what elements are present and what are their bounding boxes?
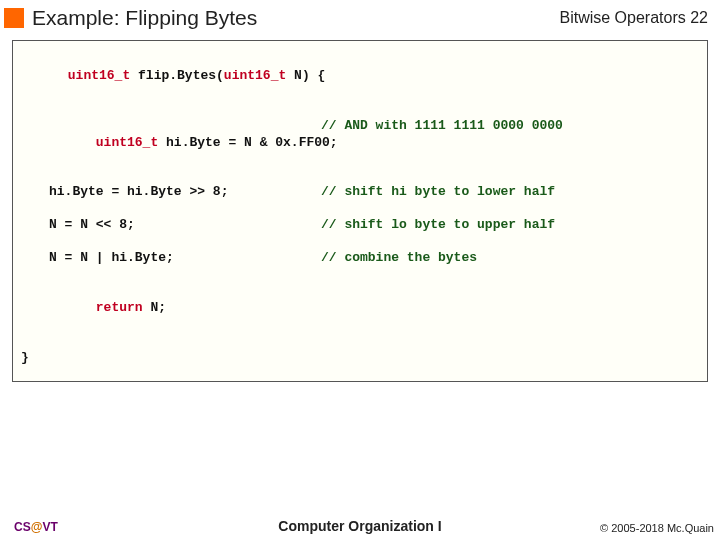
code-comment: // shift hi byte to lower half [321,184,555,201]
header-right: Bitwise Operators 22 [559,9,708,27]
code-line: uint16_t hi.Byte = N & 0x.FF00; // AND w… [21,118,699,169]
code-line: N = N | hi.Byte; // combine the bytes [21,250,699,267]
code-block: uint16_t flip.Bytes(uint16_t N) { uint16… [12,40,708,382]
code-comment: // shift lo byte to upper half [321,217,555,234]
page-number: 22 [690,9,708,26]
code-line: } [21,350,699,367]
bullet-icon [4,8,24,28]
footer-copyright: © 2005-2018 Mc.Quain [600,522,714,534]
code-line: hi.Byte = hi.Byte >> 8; // shift hi byte… [21,184,699,201]
slide-header: Example: Flipping Bytes Bitwise Operator… [0,0,720,36]
footer-center: Computer Organization I [278,518,441,534]
code-line: N = N << 8; // shift lo byte to upper ha… [21,217,699,234]
footer-left: CS@VT [14,520,58,534]
code-comment: // AND with 1111 1111 0000 0000 [321,118,563,169]
code-comment: // combine the bytes [321,250,477,267]
header-left: Example: Flipping Bytes [4,6,257,30]
slide-title: Example: Flipping Bytes [32,6,257,30]
code-line: return N; [21,283,699,334]
slide-footer: CS@VT Computer Organization I © 2005-201… [0,520,720,534]
code-line: uint16_t flip.Bytes(uint16_t N) { [21,51,699,102]
type-keyword: uint16_t [68,68,130,83]
section-name: Bitwise Operators [559,9,685,26]
